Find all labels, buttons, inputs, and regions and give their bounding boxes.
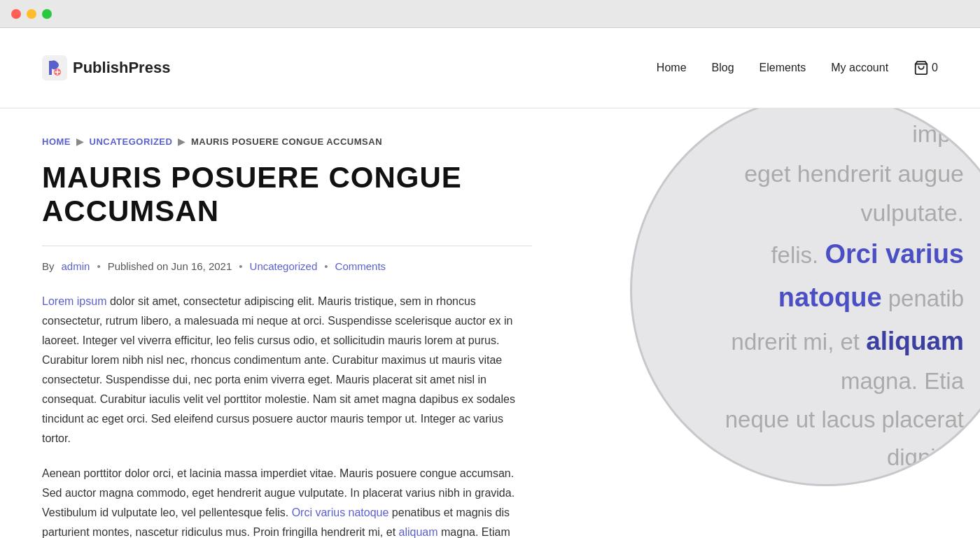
magnifier-content: amet magna tempor ut. Integer ac olor or… [632, 108, 980, 484]
cart-svg-icon [913, 60, 929, 76]
meta-dot-1: • [97, 260, 100, 272]
meta-by: By [42, 260, 55, 272]
article-title: MAURIS POSUERE CONGUE ACCUMSAN [42, 161, 518, 229]
nav-myaccount[interactable]: My account [831, 62, 888, 74]
paragraph-1-text: dolor sit amet, consectetur adipiscing e… [42, 295, 515, 444]
mag-line-5: felis. Orci varius natoque penatib [688, 232, 964, 320]
mag-line-3: olor orci, et lacinia massa impe [688, 108, 964, 154]
breadcrumb-arrow-1: ▶ [76, 136, 84, 147]
meta-author[interactable]: admin [62, 260, 90, 272]
breadcrumb-category[interactable]: UNCATEGORIZED [90, 136, 173, 147]
breadcrumb-arrow-2: ▶ [178, 136, 186, 147]
site-header: PublishPress Home Blog Elements My accou… [0, 28, 980, 108]
cart-count: 0 [932, 62, 938, 74]
minimize-button[interactable] [27, 9, 36, 19]
mag-line-6: ndrerit mi, et aliquam magna. Etia [688, 320, 964, 400]
maximize-button[interactable] [42, 9, 52, 19]
breadcrumb-current: MAURIS POSUERE CONGUE ACCUMSAN [191, 136, 382, 147]
article-paragraph-1: Lorem ipsum dolor sit amet, consectetur … [42, 292, 532, 448]
logo[interactable]: PublishPress [42, 55, 170, 80]
nav-elements[interactable]: Elements [760, 62, 806, 74]
meta-comments[interactable]: Comments [335, 260, 386, 272]
breadcrumb: HOME ▶ UNCATEGORIZED ▶ MAURIS POSUERE CO… [42, 136, 532, 147]
meta-category[interactable]: Uncategorized [250, 260, 318, 272]
article-divider [42, 246, 532, 246]
breadcrumb-home[interactable]: HOME [42, 136, 71, 147]
nav-home[interactable]: Home [657, 62, 687, 74]
content-area: HOME ▶ UNCATEGORIZED ▶ MAURIS POSUERE CO… [0, 108, 574, 538]
logo-icon [42, 55, 67, 80]
logo-text: PublishPress [73, 59, 170, 77]
page-body: HOME ▶ UNCATEGORIZED ▶ MAURIS POSUERE CO… [0, 108, 980, 538]
mag-line-4: eget hendrerit augue vulputate. [688, 154, 964, 232]
meta-dot-3: • [324, 260, 328, 272]
magnifier-overlay: amet magna tempor ut. Integer ac olor or… [630, 108, 980, 486]
aliquam-link[interactable]: aliquam [399, 526, 438, 538]
main-nav: Home Blog Elements My account 0 [657, 60, 938, 76]
mag-line-7: neque ut lacus placerat dignissi [688, 401, 964, 477]
meta-dot-2: • [239, 260, 242, 272]
mag-orci-bold: Orci varius natoque [778, 239, 964, 313]
mag-aliquam-bold: aliquam [866, 327, 964, 355]
article-body: Lorem ipsum dolor sit amet, consectetur … [42, 292, 532, 538]
lorem-ipsum-link[interactable]: Lorem ipsum [42, 295, 106, 307]
window-chrome [0, 0, 980, 28]
orci-link[interactable]: Orci varius natoque [292, 507, 389, 518]
article-meta: By admin • Published on Jun 16, 2021 • U… [42, 260, 532, 272]
close-button[interactable] [11, 9, 21, 19]
cart-icon[interactable]: 0 [913, 60, 938, 76]
mag-line-8: diculus mus. Aenean laoreet [688, 476, 964, 486]
meta-date: Published on Jun 16, 2021 [108, 260, 232, 272]
article-paragraph-2: Aenean porttitor dolor orci, et lacinia … [42, 464, 532, 538]
nav-blog[interactable]: Blog [712, 62, 734, 74]
